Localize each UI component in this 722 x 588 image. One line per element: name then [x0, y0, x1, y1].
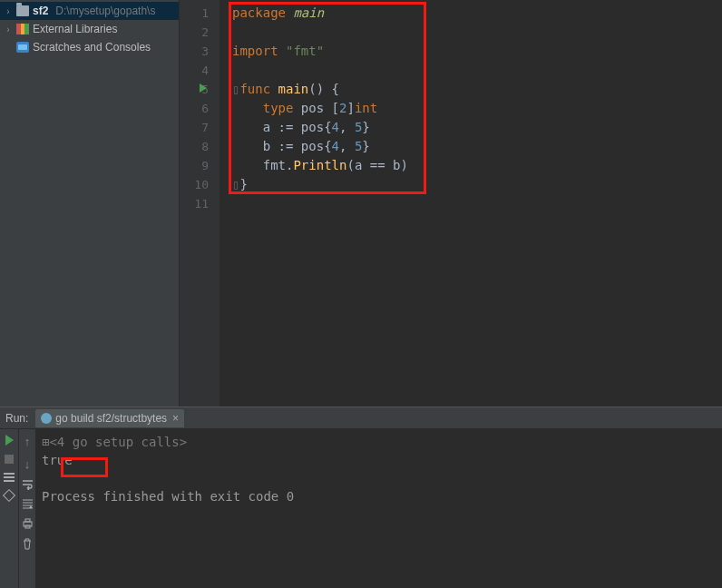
chevron-right-icon[interactable]: › [4, 24, 13, 34]
line-number[interactable]: 9 [201, 156, 220, 175]
code-editor[interactable]: 1234567891011 package main import "fmt" … [180, 0, 722, 407]
scratches-row[interactable]: Scratches and Consoles [0, 38, 179, 56]
external-libraries-label: External Libraries [33, 23, 117, 35]
line-number[interactable]: 7 [201, 118, 220, 137]
console-exit: Process finished with exit code 0 [42, 487, 717, 505]
project-root-row[interactable]: › sf2 D:\mysetup\gopath\s [0, 2, 179, 20]
project-sidebar: › sf2 D:\mysetup\gopath\s › External Lib… [0, 0, 180, 407]
pin-button[interactable] [3, 489, 15, 502]
close-icon[interactable]: × [172, 412, 179, 425]
rerun-button[interactable] [5, 435, 14, 446]
console-stdout: true [42, 451, 717, 469]
run-config-tab[interactable]: go build sf2/structbytes × [35, 409, 184, 427]
svg-rect-1 [25, 519, 30, 522]
external-libraries-row[interactable]: › External Libraries [0, 20, 179, 38]
line-number[interactable]: 11 [194, 194, 220, 213]
print-icon[interactable] [22, 518, 34, 529]
project-path: D:\mysetup\gopath\s [55, 5, 155, 17]
line-number[interactable]: 6 [201, 99, 220, 118]
line-number[interactable]: 3 [201, 42, 220, 61]
line-number[interactable]: 8 [201, 137, 220, 156]
line-number[interactable]: 1 [201, 4, 220, 23]
run-toolbar-left [0, 429, 18, 588]
chevron-right-icon[interactable]: › [4, 6, 13, 16]
down-icon[interactable]: ↓ [24, 457, 31, 471]
line-number[interactable]: 10 [194, 175, 220, 194]
trash-icon[interactable] [22, 538, 33, 550]
scroll-to-end-icon[interactable] [22, 499, 34, 509]
go-icon [41, 413, 52, 424]
line-number[interactable]: 2 [201, 23, 220, 42]
run-panel: Run: go build sf2/structbytes × ↑ ↓ ⊞<4 … [0, 407, 722, 588]
run-toolbar-nav: ↑ ↓ [18, 429, 36, 588]
folder-icon [16, 5, 29, 16]
line-number[interactable]: 4 [201, 61, 220, 80]
fold-region[interactable]: <4 go setup calls> [49, 435, 187, 449]
soft-wrap-icon[interactable] [22, 480, 34, 490]
run-gutter-icon[interactable] [200, 83, 207, 93]
stop-button[interactable] [5, 455, 14, 464]
line-number[interactable]: 5 [201, 80, 220, 99]
layout-button[interactable] [4, 473, 15, 482]
console-output[interactable]: ⊞<4 go setup calls> true Process finishe… [36, 429, 722, 588]
up-icon[interactable]: ↑ [24, 435, 31, 448]
scratches-label: Scratches and Consoles [33, 41, 151, 54]
libraries-icon [16, 24, 29, 34]
code-area[interactable]: package main import "fmt" ▯func main() {… [220, 0, 722, 407]
run-config-name: go build sf2/structbytes [55, 412, 167, 425]
project-name: sf2 [33, 5, 48, 17]
run-header: Run: go build sf2/structbytes × [0, 407, 722, 429]
scratches-icon [16, 42, 29, 53]
run-label: Run: [5, 412, 28, 425]
editor-gutter: 1234567891011 [180, 0, 220, 407]
